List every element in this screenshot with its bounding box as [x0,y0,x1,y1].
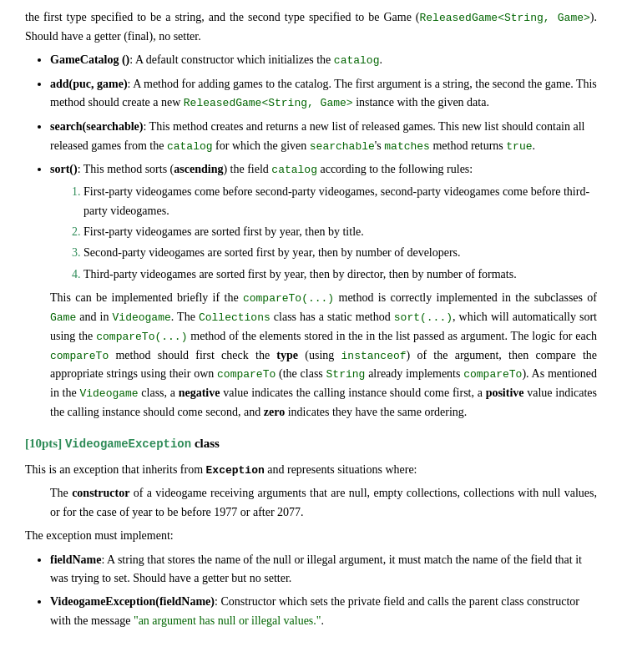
bullet-search-text: search(searchable): This method creates … [50,120,585,151]
bullet-add-text: add(puc, game): A method for adding game… [50,78,597,109]
constructor-bold: constructor [72,487,129,499]
fieldname-label: fieldName [50,553,101,566]
bullet-gamecatalog-text: GameCatalog (): A default constructor wh… [50,53,382,66]
bullet-search: search(searchable): This method creates … [50,118,597,155]
positive-bold: positive [486,387,524,399]
section-suffix: class [191,437,220,450]
sort-sub-3-text: Second-party videogames are sorted first… [83,246,461,259]
exception-intro-para: This is an exception that inherits from … [25,461,597,480]
constructor-para: The constructor of a videogame receiving… [50,484,597,522]
string-link: String [326,368,366,381]
catalog-link-3: catalog [271,164,317,176]
sort-explanation: This can be implemented briefly if the c… [50,289,597,422]
sort-sub-list: First-party videogames come before secon… [50,183,597,284]
add-label: add(puc, game) [50,78,128,90]
bullet-ve-constructor-text: VideogameException(fieldName): Construct… [50,595,579,626]
sort-label: sort() [50,163,78,175]
ve-constructor-label: VideogameException(fieldName) [50,595,215,608]
released-game-link-2: ReleasedGame<String, Game> [184,97,353,109]
section-class-name: VideogameException [65,437,191,451]
zero-bold: zero [264,406,285,418]
sort-sub-3: Second-party videogames are sorted first… [83,244,597,262]
exception-class-link: Exception [206,464,265,477]
bullet-fieldname: fieldName: A string that stores the name… [50,551,597,589]
search-label: search(searchable) [50,120,143,133]
compareto-link-2: compareTo(...) [96,331,187,343]
intro-paragraph: the first type specified to be a string,… [25,8,597,46]
catalog-link-1: catalog [334,54,380,67]
released-game-link: ReleasedGame<String, Game> [420,12,590,24]
true-text: true [506,140,532,153]
intro-text: the first type specified to be a string,… [25,11,412,23]
videogame-link-2: Videogame [79,387,138,400]
instanceof-link: instanceof [341,350,407,362]
compareto-link-5: compareTo [463,368,522,381]
sort-sub-1-text: First-party videogames come before secon… [83,185,589,216]
sort-link: sort(...) [394,311,453,324]
ve-message-string: "an argument has null or illegal values.… [134,614,321,627]
catalog-link-2: catalog [167,140,213,153]
bullet-sort: sort(): This method sorts (ascending) th… [50,160,597,422]
negative-bold: negative [179,387,220,399]
gamecatalog-label: GameCatalog () [50,53,129,66]
bullet-videogame-exception-constructor: VideogameException(fieldName): Construct… [50,593,597,630]
type-bold: type [276,349,298,361]
section-header-videogame-exception: [10pts] VideogameException class [25,433,597,453]
bullet-sort-text: sort(): This method sorts (ascending) th… [50,163,473,175]
exception-bullet-list: fieldName: A string that stores the name… [25,551,597,631]
bullet-add: add(puc, game): A method for adding game… [50,75,597,113]
main-content: the first type specified to be a string,… [25,8,597,630]
main-bullet-list: GameCatalog (): A default constructor wh… [25,51,597,422]
compareto-link-1: compareTo(...) [243,292,334,305]
implement-text: The exception must implement: [25,529,174,542]
sort-sub-1: First-party videogames come before secon… [83,183,597,220]
bullet-gamecatalog: GameCatalog (): A default constructor wh… [50,51,597,70]
exception-intro-text: This is an exception that inherits from … [25,463,417,476]
collections-link: Collections [199,311,271,324]
section-pts: [10pts] [25,437,62,450]
sort-sub-2-text: First-party videogames are sorted first … [83,225,364,238]
game-link-1: Game [50,311,76,324]
bullet-fieldname-text: fieldName: A string that stores the name… [50,553,582,584]
sort-sub-4: Third-party videogames are sorted first … [83,265,597,284]
ascending-bold: ascending [174,163,223,175]
searchable-link: searchable [310,140,375,153]
sort-sub-4-text: Third-party videogames are sorted first … [83,268,517,280]
compareto-link-3: compareTo [50,350,109,362]
compareto-link-4: compareTo [217,368,276,381]
constructor-block: The constructor of a videogame receiving… [50,484,597,522]
matches-link: matches [384,140,430,153]
videogame-link-1: Videogame [113,311,171,324]
implement-para: The exception must implement: [25,527,597,545]
sort-sub-2: First-party videogames are sorted first … [83,223,597,241]
